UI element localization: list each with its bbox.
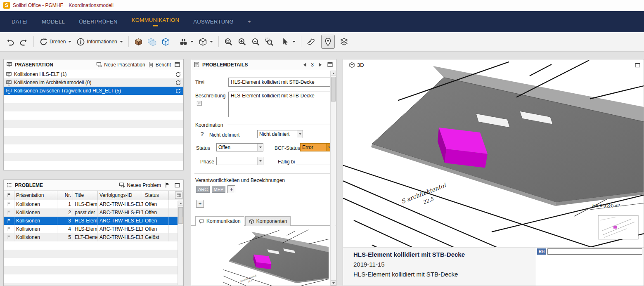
tab-label: Komponenten <box>256 218 287 224</box>
panel-menu-button[interactable] <box>173 61 181 68</box>
status-select[interactable]: Offen <box>216 143 263 151</box>
zoom-selection-button[interactable] <box>263 35 276 49</box>
ghost-cubes-icon <box>148 38 156 46</box>
next-problem-button[interactable] <box>316 61 324 68</box>
zoom-extents-button[interactable] <box>222 35 235 49</box>
panel-menu-button[interactable] <box>634 61 641 68</box>
transparency-button[interactable] <box>145 35 159 49</box>
beschreibung-textarea[interactable]: HLS-Element kollidiert mit STB-Decke <box>228 92 334 117</box>
panel-menu-button[interactable] <box>326 61 334 68</box>
note-icon[interactable] <box>196 100 202 106</box>
list-empty-row <box>4 120 183 128</box>
nicht-definiert-select[interactable]: Nicht definiert <box>257 130 303 138</box>
panel-menu-button[interactable] <box>173 182 181 189</box>
presentation-item-label: Kollisionen im Architekturmodell (0) <box>14 80 173 85</box>
presentation-list-item[interactable]: Kollisionen HLS-ELT (1) <box>4 70 183 78</box>
menu-item-modell[interactable]: MODELL <box>42 19 65 25</box>
presentation-item-label: Kollisionen HLS-ELT (1) <box>14 71 173 77</box>
redo-button[interactable] <box>17 35 31 49</box>
component-visibility-button[interactable] <box>132 35 145 49</box>
chevron-down-icon <box>297 130 303 138</box>
problem-row[interactable]: Kollisionen 2 passt der ARC-TRW-HLS-ELT.… <box>4 208 183 217</box>
flag-icon[interactable] <box>7 235 12 240</box>
info-icon <box>76 38 85 46</box>
previous-problem-button[interactable] <box>301 61 308 68</box>
refresh-icon[interactable] <box>175 88 181 94</box>
information-tool-button[interactable]: Informationen <box>74 35 125 49</box>
refresh-icon[interactable] <box>175 71 181 78</box>
chevron-down-icon <box>257 157 263 165</box>
column-chooser-button[interactable] <box>175 191 182 199</box>
presentation-list-item-selected[interactable]: Kollisionen zwischen Tragwerk und HLS_EL… <box>4 87 183 95</box>
add-responsibility-button[interactable]: + <box>196 200 204 208</box>
view-cube-button[interactable] <box>196 35 215 49</box>
section-plane-button[interactable] <box>304 35 318 49</box>
tag-mep-button[interactable]: MEP <box>212 186 225 193</box>
details-scrollbar[interactable] <box>330 71 336 286</box>
flag-icon[interactable] <box>7 210 12 215</box>
tab-komponenten[interactable]: Komponenten <box>245 216 291 226</box>
menu-item-datei[interactable]: DATEI <box>12 19 28 25</box>
zoom-in-button[interactable] <box>235 35 249 49</box>
presentation-icon <box>6 61 12 68</box>
tag-arc-button[interactable]: ARC <box>196 186 210 193</box>
toolbar-separator <box>218 36 219 47</box>
column-header-status[interactable]: Status <box>143 191 169 200</box>
lookaround-tool-button[interactable] <box>177 35 196 49</box>
report-button[interactable]: Bericht <box>148 61 171 68</box>
zoom-out-button[interactable] <box>249 35 263 49</box>
menu-item-auswertung[interactable]: AUSWERTUNG <box>193 19 234 25</box>
list-empty-row <box>4 266 183 274</box>
column-header-flag[interactable] <box>4 191 14 200</box>
column-header-verfolgungs-id[interactable]: Verfolgungs-ID <box>98 191 143 200</box>
flag-icon[interactable] <box>7 218 12 223</box>
menu-item-kommunikation[interactable]: KOMMUNIKATION <box>132 17 179 26</box>
flag-icon[interactable] <box>7 227 12 232</box>
problem-row[interactable]: Kollisionen 4 HLS-Elem ARC-TRW-HLS-ELT..… <box>4 225 183 233</box>
flag-icon[interactable] <box>7 202 12 207</box>
problem-row[interactable]: Kollisionen 1 HLS-Elem ARC-TRW-HLS-ELT..… <box>4 200 183 208</box>
nicht-definiert-label: Nicht definiert <box>209 132 239 138</box>
rh-input[interactable] <box>547 248 642 255</box>
faellig-bis-input[interactable] <box>295 157 334 165</box>
add-tag-button[interactable]: + <box>227 185 235 193</box>
presentation-list-item[interactable]: Kollisionen im Architekturmodell (0) <box>4 78 183 87</box>
problem-details-panel: PROBLEMDETAILS 3 Titel Beschreibung HLS-… <box>191 59 336 286</box>
marker-tool-button[interactable] <box>321 35 335 49</box>
highlight-button[interactable] <box>159 35 173 49</box>
presentation-panel: PRÄSENTATION Neue Präsentation Bericht K… <box>3 59 184 170</box>
column-header-title[interactable]: Title <box>73 191 98 200</box>
select-tool-button[interactable] <box>279 35 298 49</box>
flag-filter-button[interactable] <box>163 182 171 189</box>
tab-label: Kommunikation <box>206 218 241 224</box>
new-problem-button[interactable]: Neues Problem <box>119 182 161 188</box>
column-header-praesentation[interactable]: Präsentation <box>14 191 57 200</box>
new-presentation-icon <box>96 61 102 68</box>
new-presentation-button[interactable]: Neue Präsentation <box>96 61 145 68</box>
scroll-down-button[interactable] <box>331 280 336 286</box>
rotate-tool-button[interactable]: Drehen <box>37 35 74 49</box>
problem-row[interactable]: Kollisionen 5 ELT-Eleme ARC-TRW-HLS-ELT.… <box>4 233 183 241</box>
list-empty-row <box>4 103 183 111</box>
problems-scrollbar[interactable] <box>178 201 183 285</box>
phase-select[interactable] <box>216 157 263 165</box>
menu-item-add-tab[interactable]: + <box>248 19 251 25</box>
scroll-up-button[interactable] <box>178 201 183 206</box>
navigation-minimap[interactable] <box>598 215 638 239</box>
scrollbar-thumb[interactable] <box>331 77 336 102</box>
bcf-status-select[interactable]: Error <box>300 143 332 151</box>
titel-input[interactable] <box>228 78 334 87</box>
refresh-icon[interactable] <box>175 80 181 86</box>
new-problem-label: Neues Problem <box>127 182 161 188</box>
problem-row-selected[interactable]: Kollisionen 3 HLS-Elem ARC-TRW-HLS-ELT..… <box>4 217 183 225</box>
undo-button[interactable] <box>3 35 17 49</box>
rotate-tool-label: Drehen <box>50 39 66 45</box>
tab-kommunikation[interactable]: Kommunikation <box>195 216 244 226</box>
column-header-nr[interactable]: Nr. <box>57 191 73 200</box>
communication-snapshot-image[interactable] <box>223 229 329 286</box>
menu-item-ueberpruefen[interactable]: ÜBERPRÜFEN <box>79 19 118 25</box>
layers-button[interactable] <box>337 35 351 49</box>
scroll-up-button[interactable] <box>331 71 336 76</box>
panel-icon <box>327 61 333 68</box>
scrollbar-thumb[interactable] <box>178 207 183 224</box>
